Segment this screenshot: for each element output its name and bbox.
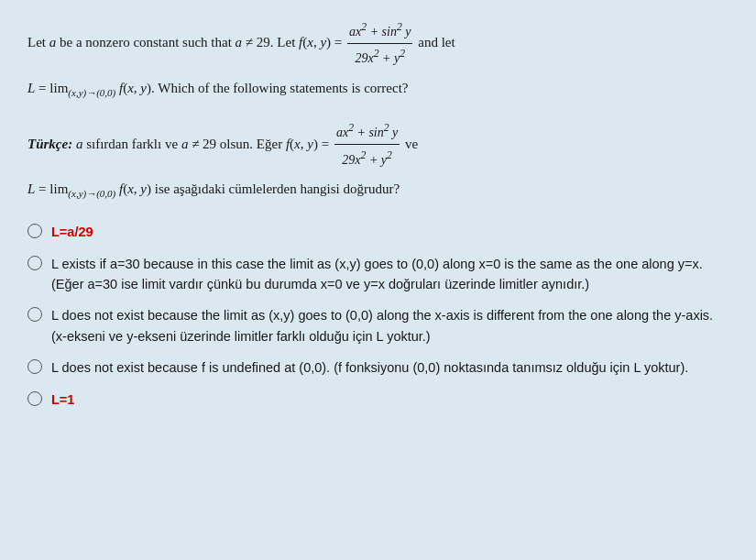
fraction-denominator: 29x2 + y2 xyxy=(354,44,408,69)
radio-B[interactable] xyxy=(27,256,42,270)
option-E-label: L=1 xyxy=(51,392,74,407)
var-a: a xyxy=(49,35,57,49)
option-D[interactable]: L does not exist because f is undefined … xyxy=(27,357,729,378)
fraction-numerator: ax2 + sin2 y xyxy=(347,18,412,44)
problem-statement: Let a be a nonzero constant such that a … xyxy=(27,18,729,102)
radio-D[interactable] xyxy=(27,359,42,374)
options-section: L=a/29 L exists if a=30 because in this … xyxy=(27,222,729,410)
fraction-main: ax2 + sin2 y 29x2 + y2 xyxy=(347,18,412,70)
option-B[interactable]: L exists if a=30 because in this case th… xyxy=(27,254,729,295)
problem-line1: Let a be a nonzero constant such that a … xyxy=(27,18,729,70)
option-E-text: L=1 xyxy=(51,390,729,410)
radio-E[interactable] xyxy=(27,391,42,406)
option-C-text: L does not exist because the limit as (x… xyxy=(51,305,729,346)
option-A-label: L=a/29 xyxy=(51,225,93,239)
option-E[interactable]: L=1 xyxy=(27,390,729,410)
option-A-text: L=a/29 xyxy=(51,222,729,242)
problem-line2: L = lim(x,y)→(0,0) f(x, y). Which of the… xyxy=(27,77,729,102)
turkish-section: Türkçe: a sıfırdan farklı ve a ≠ 29 olsu… xyxy=(27,118,729,203)
option-B-text: L exists if a=30 because in this case th… xyxy=(51,254,729,295)
turkish-line1: Türkçe: a sıfırdan farklı ve a ≠ 29 olsu… xyxy=(27,118,729,172)
option-C[interactable]: L does not exist because the limit as (x… xyxy=(27,305,729,346)
option-A[interactable]: L=a/29 xyxy=(27,222,729,242)
option-D-text: L does not exist because f is undefined … xyxy=(51,357,729,378)
main-content: Let a be a nonzero constant such that a … xyxy=(27,18,729,410)
turkish-line2: L = lim(x,y)→(0,0) f(x, y) ise aşağıdaki… xyxy=(27,177,729,203)
fraction-turkish: ax2 + sin2 y 29x2 + y2 xyxy=(334,118,400,172)
turkish-label: Türkçe: xyxy=(27,136,72,150)
radio-C[interactable] xyxy=(27,307,42,322)
fraction-turkish-numerator: ax2 + sin2 y xyxy=(334,118,400,146)
radio-A[interactable] xyxy=(27,224,42,238)
fraction-turkish-denominator: 29x2 + y2 xyxy=(340,145,394,171)
